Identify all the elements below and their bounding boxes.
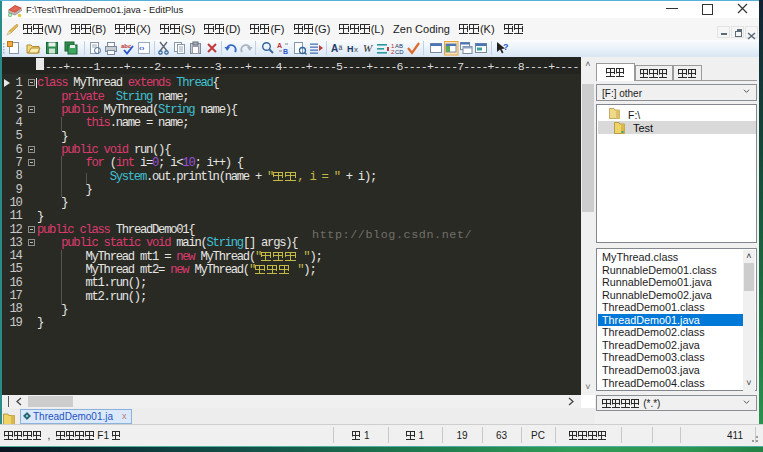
- svg-text:B: B: [283, 48, 288, 55]
- svg-text:A: A: [277, 42, 282, 49]
- svg-text:AB: AB: [395, 43, 403, 49]
- svg-text:‹›: ‹›: [139, 44, 145, 53]
- svg-text:W: W: [363, 42, 373, 54]
- svg-text:ä: ä: [339, 44, 343, 51]
- svg-text:CD: CD: [395, 49, 404, 55]
- svg-text:A: A: [331, 43, 338, 54]
- svg-text:?: ?: [503, 42, 509, 52]
- svg-text:H: H: [347, 44, 354, 54]
- svg-text:x: x: [354, 45, 358, 54]
